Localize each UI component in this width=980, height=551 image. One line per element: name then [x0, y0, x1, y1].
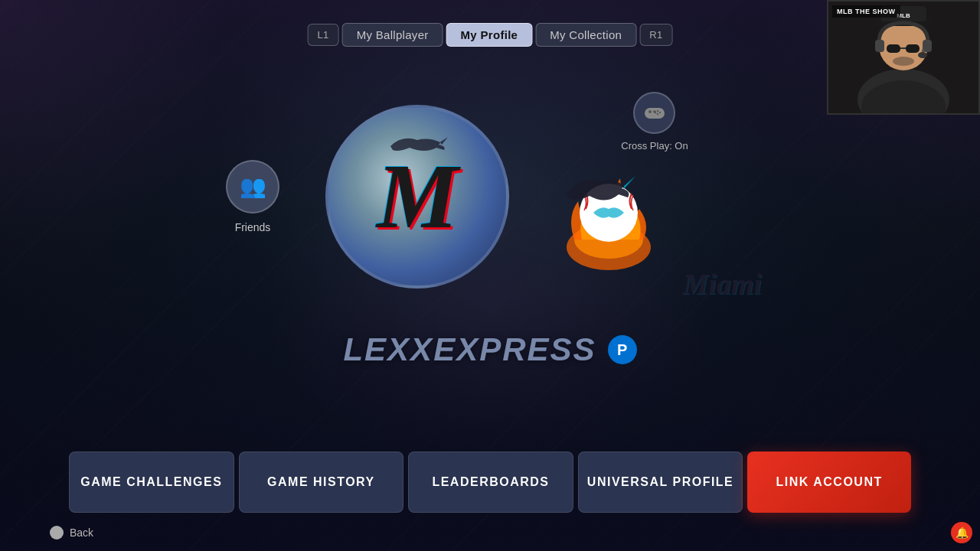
bottom-buttons: GAME CHALLENGES GAME HISTORY LEADERBOARD…: [69, 452, 911, 513]
crossplay-icon: [633, 92, 675, 134]
link-account-button[interactable]: LINK ACCOUNT: [747, 452, 911, 513]
svg-point-21: [893, 57, 914, 66]
miami-logo: Miami: [555, 163, 754, 301]
profile-area: 👥 Friends M: [226, 92, 754, 301]
friends-label: Friends: [235, 221, 271, 233]
game-history-button[interactable]: GAME HISTORY: [239, 452, 404, 513]
back-button[interactable]: Back: [50, 526, 93, 540]
friends-icon: 👥: [240, 174, 266, 199]
psn-icon: P: [608, 335, 637, 364]
main-content: 👥 Friends M: [226, 92, 754, 406]
game-challenges-button[interactable]: GAME CHALLENGES: [69, 452, 234, 513]
webcam-overlay: MLB MLB THE SHOW: [827, 0, 980, 115]
r1-button[interactable]: R1: [639, 24, 672, 46]
svg-point-6: [657, 112, 658, 114]
svg-point-5: [659, 111, 661, 112]
marlins-m-logo: M: [377, 151, 459, 243]
svg-rect-19: [906, 44, 920, 53]
username-text: LEXXEXPRESS: [343, 331, 596, 368]
svg-rect-18: [887, 44, 900, 53]
back-label: Back: [70, 527, 93, 539]
username-area: LEXXEXPRESS P: [343, 331, 636, 368]
top-navigation: L1 My Ballplayer My Profile My Collectio…: [308, 23, 673, 47]
svg-rect-22: [875, 40, 884, 52]
friends-icon-circle: 👥: [226, 160, 279, 214]
l1-button[interactable]: L1: [308, 24, 339, 46]
svg-point-4: [657, 109, 658, 111]
miami-text: Miami: [683, 267, 762, 301]
webcam-feed: MLB MLB THE SHOW: [828, 2, 978, 113]
tab-profile[interactable]: My Profile: [446, 23, 533, 47]
notification-icon[interactable]: 🔔: [951, 522, 972, 543]
tab-ballplayer[interactable]: My Ballplayer: [342, 23, 443, 47]
crossplay-button[interactable]: Cross Play: On: [621, 92, 688, 152]
back-circle-icon: [50, 526, 64, 540]
show-logo: MLB THE SHOW: [832, 5, 900, 18]
tab-collection[interactable]: My Collection: [535, 23, 636, 47]
friends-button[interactable]: 👥 Friends: [226, 160, 279, 233]
crossplay-label: Cross Play: On: [621, 140, 688, 152]
svg-point-25: [918, 52, 927, 58]
avatar-circle: M: [325, 105, 509, 289]
svg-point-1: [648, 110, 652, 113]
svg-point-7: [655, 111, 656, 112]
leaderboards-button[interactable]: LEADERBOARDS: [408, 452, 573, 513]
universal-profile-button[interactable]: UNIVERSAL PROFILE: [578, 452, 743, 513]
